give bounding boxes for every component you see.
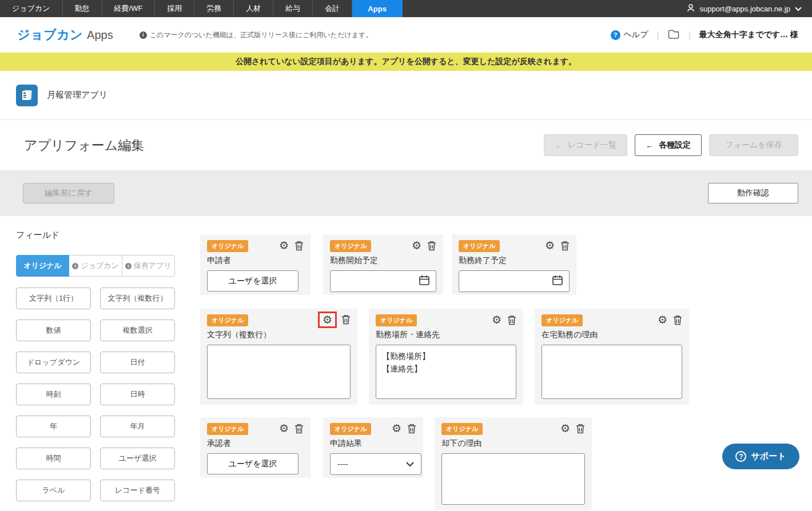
- divider: |: [657, 30, 659, 39]
- support-button[interactable]: ? サポート: [722, 444, 799, 469]
- trash-icon[interactable]: [427, 241, 436, 251]
- topnav-tab-saiyo[interactable]: 採用: [155, 0, 194, 17]
- preview-button[interactable]: 動作確認: [708, 183, 798, 203]
- card-control: [459, 270, 570, 292]
- card-icons: ⚙: [492, 314, 516, 325]
- save-form-button[interactable]: フォームを保存: [709, 134, 798, 156]
- multiline-textarea[interactable]: [542, 345, 682, 399]
- result-dropdown[interactable]: ----: [330, 453, 421, 475]
- multiline-textarea[interactable]: 【勤務場所】 【連絡先】: [376, 345, 516, 399]
- form-card-work-start[interactable]: オリジナル ⚙ 勤務開始予定: [323, 234, 443, 295]
- jobcan-logo[interactable]: ジョブカン: [17, 26, 83, 43]
- form-card-work-end[interactable]: オリジナル ⚙ 勤務終了予定: [452, 234, 576, 295]
- field-btn-duration[interactable]: 時間: [16, 448, 91, 469]
- field-btn-time[interactable]: 時刻: [16, 384, 91, 405]
- gear-icon[interactable]: ⚙: [412, 240, 421, 251]
- topnav-tab-kaikei[interactable]: 会計: [313, 0, 352, 17]
- screen: ジョブカン 勤怠 経費/WF 採用 労務 人材 給与 会計 Apps suppo…: [0, 0, 812, 511]
- topnav-tab-roumu[interactable]: 労務: [194, 0, 234, 17]
- topnav-tab-kintai[interactable]: 勤怠: [63, 0, 102, 17]
- gear-icon[interactable]: ⚙: [492, 314, 501, 325]
- field-btn-userselect[interactable]: ユーザ選択: [100, 448, 175, 469]
- multiline-textarea[interactable]: [207, 345, 351, 399]
- form-card-applicant[interactable]: オリジナル ⚙ 申請者 ユーザを選択: [200, 234, 311, 295]
- field-btn-yearmonth[interactable]: 年月: [100, 416, 175, 437]
- record-list-button[interactable]: ← レコード一覧: [544, 134, 627, 156]
- topnav-tab-keihi-wf[interactable]: 経費/WF: [102, 0, 156, 17]
- back-arrow-icon: ←: [646, 141, 654, 150]
- gear-icon[interactable]: ⚙: [560, 423, 570, 434]
- tab-original[interactable]: オリジナル: [16, 255, 69, 277]
- chevron-down-icon: [795, 5, 802, 13]
- settings-button[interactable]: ← 各種設定: [635, 134, 702, 156]
- select-user-button[interactable]: ユーザを選択: [207, 270, 298, 292]
- topnav-tab-kyuyo[interactable]: 給与: [273, 0, 313, 17]
- help-link[interactable]: ? ヘルプ: [611, 30, 648, 40]
- field-label: 承認者: [207, 438, 304, 449]
- gear-icon[interactable]: ⚙: [658, 314, 667, 325]
- field-btn-label[interactable]: ラベル: [16, 480, 91, 501]
- date-input[interactable]: [330, 270, 436, 292]
- form-card-approver[interactable]: オリジナル ⚙ 承認者 ユーザを選択: [200, 417, 311, 478]
- form-card-rejection-reason[interactable]: オリジナル ⚙ 却下の理由: [435, 417, 592, 510]
- field-btn-recordnumber[interactable]: レコード番号: [100, 480, 175, 501]
- editor-content: フィールド オリジナル i ジョブカン i 保有アプリ 文字列（1行） 文字列（…: [0, 216, 812, 511]
- unpublished-settings-banner: 公開されていない設定項目があります。アプリを公開すると、変更した設定が反映されま…: [0, 53, 812, 71]
- account-email: support@apps.jobcan.ne.jp: [700, 5, 790, 13]
- field-btn-date[interactable]: 日付: [100, 352, 175, 373]
- sidebar-tabs: オリジナル i ジョブカン i 保有アプリ: [16, 255, 175, 277]
- field-btn-multiselect[interactable]: 複数選択: [100, 320, 175, 341]
- release-note: i このマークのついた機能は、正式版リリース後にご利用いただけます。: [140, 30, 373, 40]
- original-badge: オリジナル: [376, 314, 417, 326]
- form-card-text-multiline[interactable]: オリジナル ⚙ 文字列（複数行）: [200, 309, 357, 405]
- trash-icon[interactable]: [341, 314, 351, 325]
- topnav-tab-jinzai[interactable]: 人材: [234, 0, 273, 17]
- tab-jobcan[interactable]: i ジョブカン: [69, 255, 122, 277]
- trash-icon[interactable]: [560, 241, 570, 251]
- tab-owned-apps-label: 保有アプリ: [134, 261, 172, 271]
- trash-icon[interactable]: [294, 424, 304, 434]
- trash-icon[interactable]: [294, 241, 304, 251]
- tab-owned-apps[interactable]: i 保有アプリ: [122, 255, 175, 277]
- field-btn-year[interactable]: 年: [16, 416, 91, 437]
- field-btn-text-multi[interactable]: 文字列（複数行）: [100, 288, 175, 309]
- trash-icon[interactable]: [507, 315, 516, 325]
- field-palette: 文字列（1行） 文字列（複数行） 数値 複数選択 ドロップダウン 日付 時刻 日…: [16, 288, 175, 501]
- topnav-tab-apps[interactable]: Apps: [352, 0, 403, 17]
- field-btn-datetime[interactable]: 日時: [100, 384, 175, 405]
- folder-icon[interactable]: [667, 29, 680, 42]
- form-card-remote-reason[interactable]: オリジナル ⚙ 在宅勤務の理由: [535, 309, 689, 405]
- gear-icon[interactable]: ⚙: [545, 240, 555, 251]
- form-card-application-result[interactable]: オリジナル ⚙ 申請結果 ----: [323, 417, 423, 478]
- apps-logo-suffix: Apps: [87, 29, 113, 42]
- field-btn-number[interactable]: 数値: [16, 320, 91, 341]
- revert-button[interactable]: 編集前に戻す: [23, 183, 114, 203]
- gear-icon[interactable]: ⚙: [392, 423, 401, 434]
- gear-icon[interactable]: ⚙: [279, 423, 289, 434]
- sidebar-title: フィールド: [16, 230, 175, 241]
- multiline-textarea[interactable]: [441, 453, 585, 505]
- field-btn-dropdown[interactable]: ドロップダウン: [16, 352, 91, 373]
- gear-icon[interactable]: ⚙: [279, 240, 289, 251]
- card-icons: ⚙: [279, 240, 304, 251]
- trash-icon[interactable]: [576, 424, 585, 434]
- trash-icon[interactable]: [673, 315, 682, 325]
- field-btn-text-single[interactable]: 文字列（1行）: [16, 288, 91, 309]
- info-icon: i: [140, 31, 147, 39]
- trash-icon[interactable]: [407, 424, 416, 434]
- field-label: 勤務終了予定: [459, 256, 570, 266]
- account-name[interactable]: 最大全角十字までです… 様: [699, 30, 798, 40]
- account-menu[interactable]: support@apps.jobcan.ne.jp: [686, 0, 812, 17]
- card-control: [441, 453, 585, 505]
- gear-icon[interactable]: ⚙: [323, 314, 332, 325]
- form-card-work-location[interactable]: オリジナル ⚙ 勤務場所・連絡先 【勤務場所】 【連絡先】: [369, 309, 523, 405]
- date-input[interactable]: [459, 270, 570, 292]
- app-bar: ジョブカン Apps i このマークのついた機能は、正式版リリース後にご利用いた…: [0, 17, 812, 53]
- card-head: オリジナル ⚙: [459, 240, 570, 252]
- card-icons: ⚙: [545, 240, 570, 251]
- select-user-button[interactable]: ユーザを選択: [207, 453, 298, 474]
- topnav-tab-jobcan[interactable]: ジョブカン: [0, 0, 63, 17]
- help-label: ヘルプ: [624, 30, 648, 40]
- support-question-icon: ?: [735, 451, 746, 462]
- card-control: ユーザを選択: [207, 453, 304, 474]
